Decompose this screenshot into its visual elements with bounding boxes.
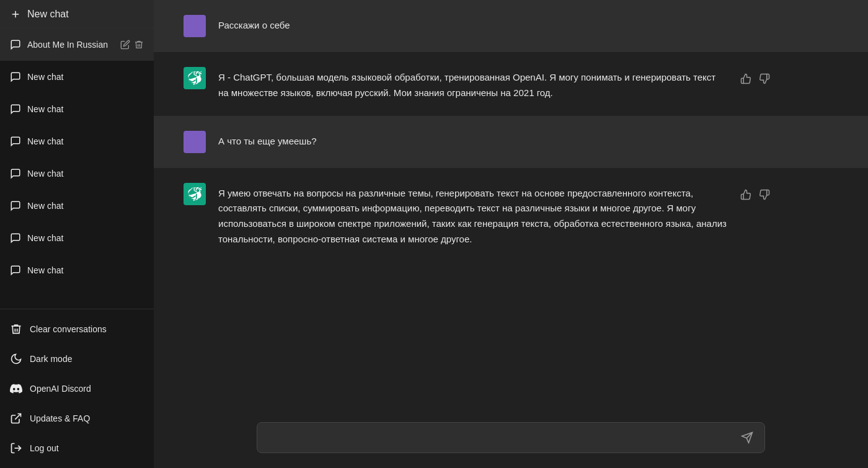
chat-label: New chat [27, 169, 144, 179]
edit-icon[interactable] [120, 40, 130, 50]
thumbs-down-icon [759, 73, 770, 84]
message-row-4: Я умею отвечать на вопросы на различные … [154, 168, 868, 262]
dark-mode-button[interactable]: Dark mode [0, 344, 154, 374]
active-chat-label: About Me In Russian [27, 40, 114, 50]
thumbs-down-button[interactable] [758, 188, 771, 203]
send-button[interactable] [740, 430, 755, 445]
chat-icon [10, 232, 21, 244]
trash-icon [10, 323, 22, 335]
new-chat-label: New chat [27, 9, 69, 20]
thumbs-up-icon [740, 189, 751, 200]
discord-icon [10, 382, 22, 395]
chat-label: New chat [27, 233, 144, 243]
external-link-icon [10, 412, 22, 425]
plus-icon [10, 9, 21, 20]
message-text-1: Расскажи о себе [218, 15, 727, 33]
thumbs-up-button[interactable] [739, 188, 753, 203]
clear-conversations-label: Clear conversations [30, 324, 107, 334]
sidebar-item-chat-7[interactable]: New chat [0, 222, 154, 254]
message-actions-2 [739, 67, 771, 87]
message-row-3: А что ты еще умеешь? [154, 116, 868, 168]
discord-label: OpenAI Discord [30, 384, 91, 394]
chat-icon [10, 71, 21, 82]
new-chat-button[interactable]: New chat [0, 0, 154, 29]
chat-item-actions [120, 40, 144, 50]
input-area [154, 412, 868, 468]
chat-label: New chat [27, 136, 144, 146]
sidebar-bottom: Clear conversations Dark mode OpenAI Dis… [0, 309, 154, 468]
chat-label: New chat [27, 201, 144, 211]
thumbs-up-icon [740, 73, 751, 84]
logout-button[interactable]: Log out [0, 433, 154, 463]
sidebar-item-chat-4[interactable]: New chat [0, 125, 154, 157]
message-row-2: Я - ChatGPT, большая модель языковой обр… [154, 52, 868, 116]
sidebar-item-chat-6[interactable]: New chat [0, 190, 154, 222]
chat-icon [10, 136, 21, 147]
chat-icon [10, 39, 21, 50]
openai-logo [188, 71, 202, 85]
chat-label: New chat [27, 104, 144, 114]
main-content: Расскажи о себе Я - ChatGPT, большая мод… [154, 0, 868, 468]
faq-label: Updates & FAQ [30, 413, 90, 423]
delete-icon[interactable] [134, 40, 144, 50]
message-row-1: Расскажи о себе [154, 0, 868, 52]
messages-area: Расскажи о себе Я - ChatGPT, большая мод… [154, 0, 868, 412]
logout-icon [10, 442, 22, 454]
thumbs-up-button[interactable] [739, 72, 753, 87]
thumbs-down-icon [759, 189, 770, 200]
message-text-4: Я умею отвечать на вопросы на различные … [218, 183, 727, 247]
message-text-2: Я - ChatGPT, большая модель языковой обр… [218, 67, 727, 101]
user-avatar [184, 131, 206, 153]
thumbs-down-button[interactable] [758, 72, 771, 87]
user-avatar [184, 15, 206, 37]
chat-label: New chat [27, 72, 144, 82]
sidebar-item-chat-2[interactable]: New chat [0, 61, 154, 93]
sidebar-item-chat-3[interactable]: New chat [0, 93, 154, 125]
assistant-avatar [184, 183, 206, 205]
message-text-3: А что ты еще умеешь? [218, 131, 727, 149]
send-icon [741, 431, 753, 444]
moon-icon [10, 353, 22, 365]
clear-conversations-button[interactable]: Clear conversations [0, 314, 154, 344]
assistant-avatar [184, 67, 206, 89]
dark-mode-label: Dark mode [30, 354, 72, 364]
input-wrapper [257, 422, 765, 453]
spacer [154, 262, 868, 287]
chat-input[interactable] [267, 430, 733, 445]
sidebar-item-chat-8[interactable]: New chat [0, 254, 154, 286]
sidebar: New chat About Me In Russian [0, 0, 154, 468]
discord-button[interactable]: OpenAI Discord [0, 374, 154, 404]
chat-icon [10, 200, 21, 211]
message-actions-4 [739, 183, 771, 203]
svg-line-2 [15, 414, 20, 420]
sidebar-item-active-chat[interactable]: About Me In Russian [0, 29, 154, 61]
chat-label: New chat [27, 265, 144, 275]
sidebar-chat-list: New chat About Me In Russian [0, 0, 154, 309]
logout-label: Log out [30, 443, 59, 453]
openai-logo [188, 187, 202, 201]
chat-icon [10, 265, 21, 276]
chat-icon [10, 104, 21, 115]
chat-icon [10, 168, 21, 179]
faq-button[interactable]: Updates & FAQ [0, 404, 154, 433]
sidebar-item-chat-5[interactable]: New chat [0, 157, 154, 190]
